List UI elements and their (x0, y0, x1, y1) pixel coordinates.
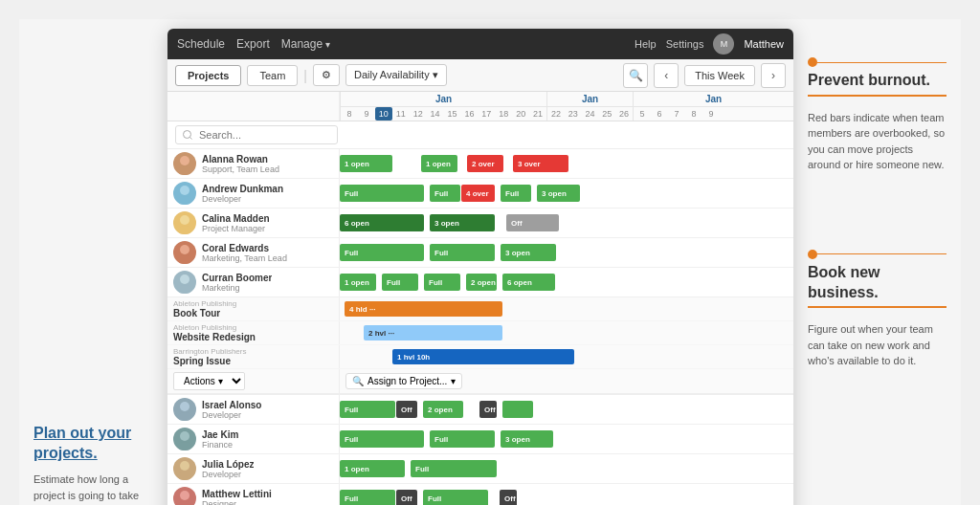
avatar-julia (173, 457, 196, 480)
person-row-calina: Calina Madden Project Manager 6 open 3 o… (167, 209, 793, 238)
search-input[interactable] (175, 125, 338, 144)
schedule-julia[interactable]: 1 open Full (340, 455, 793, 482)
bar[interactable]: Full (430, 185, 460, 202)
person-info-curran: Curran Boomer Marketing (167, 268, 340, 296)
bar[interactable]: Full (411, 460, 497, 477)
svg-point-10 (180, 402, 189, 411)
bar[interactable]: 1 open (340, 274, 376, 291)
bar[interactable]: Full (501, 185, 531, 202)
schedule-coral[interactable]: Full Full 3 open (340, 239, 793, 266)
project-schedule-1[interactable]: 4 hld ··· (340, 298, 793, 319)
bar[interactable]: Full (430, 430, 495, 448)
bar[interactable]: Full (340, 185, 424, 202)
right-callout-container: Prevent burnout. Red bars indicate when … (793, 29, 961, 505)
bar[interactable]: Full (424, 274, 460, 291)
bar[interactable]: 1 open (421, 155, 457, 172)
person-row-curran: Curran Boomer Marketing 1 open Full Full… (167, 268, 793, 297)
avatar-curran (173, 271, 196, 294)
bar[interactable]: 2 open (466, 274, 497, 291)
cal-day: 21 (529, 107, 546, 121)
bar[interactable]: 3 open (430, 214, 495, 231)
nav-help[interactable]: Help (635, 38, 657, 50)
person-details-coral: Coral Edwards Marketing, Team Lead (202, 243, 287, 263)
svg-point-12 (180, 431, 189, 441)
person-role-israel: Developer (202, 410, 261, 420)
schedule-andrew[interactable]: Full Full 4 over Full 3 open (340, 180, 793, 207)
project-schedule-3[interactable]: 1 hvl 10h (340, 346, 793, 367)
search-icon-btn[interactable]: 🔍 (623, 63, 648, 88)
bar[interactable]: Full (340, 490, 395, 505)
project-name-3[interactable]: Spring Issue (173, 356, 333, 366)
cal-header-name-col (167, 92, 340, 121)
nav-manage[interactable]: Manage (281, 37, 330, 51)
bar[interactable]: 1 open (340, 460, 405, 477)
project-row-booktour: Ableton Publishing Book Tour 4 hld ··· (167, 297, 793, 321)
schedule-jae[interactable]: Full Full 3 open (340, 426, 793, 452)
nav-settings[interactable]: Settings (666, 38, 704, 50)
bar[interactable]: Full (340, 244, 424, 261)
filter-button[interactable]: ⚙ (313, 64, 340, 86)
search-icon-small: 🔍 (352, 376, 364, 386)
schedule-alanna[interactable]: 1 open 1 open 2 over 3 over (340, 150, 793, 177)
bar-off[interactable]: Off (396, 490, 417, 505)
bar-off[interactable]: Off (500, 490, 517, 505)
bar[interactable]: Full (340, 430, 424, 448)
project-bar-website[interactable]: 2 hvl ··· (364, 325, 502, 340)
project-bar-booktour[interactable]: 4 hld ··· (345, 301, 502, 317)
nav-schedule[interactable]: Schedule (177, 37, 225, 51)
bar[interactable]: Full (340, 401, 395, 418)
schedule-israel[interactable]: Full Off 2 open Off (340, 396, 793, 423)
project-row-spring: Barrington Publishers Spring Issue 1 hvl… (167, 345, 793, 369)
cal-day: 8 (685, 107, 702, 121)
tab-team[interactable]: Team (247, 65, 298, 86)
project-name-2[interactable]: Website Redesign (173, 332, 333, 342)
bar-off[interactable]: Off (396, 401, 417, 418)
person-name-israel: Israel Alonso (202, 400, 261, 410)
bar[interactable]: Full (430, 244, 495, 261)
avatar-andrew (173, 182, 196, 205)
schedule-matthew[interactable]: Full Off Full Off (340, 485, 793, 505)
user-avatar[interactable]: M (713, 33, 734, 55)
bar[interactable]: 2 open (423, 401, 463, 418)
actions-section: Actions ▾ 🔍 Assign to Project... ▾ (167, 369, 793, 394)
cal-day: 24 (582, 107, 599, 121)
cal-day: 9 (358, 107, 375, 121)
bar[interactable]: 3 open (501, 244, 556, 261)
bar-overbooked[interactable]: 2 over (467, 155, 503, 172)
bar-overbooked[interactable]: 3 over (513, 155, 568, 172)
bar[interactable]: 6 open (502, 274, 555, 291)
bar[interactable] (502, 401, 533, 418)
bar-off[interactable]: Off (506, 214, 559, 231)
nav-left-btn[interactable]: ‹ (654, 63, 679, 88)
bar[interactable]: 6 open (340, 214, 424, 231)
actions-dropdown[interactable]: Actions ▾ (173, 372, 245, 390)
availability-dropdown[interactable]: Daily Availability ▾ (345, 64, 447, 86)
bar[interactable]: 3 open (537, 185, 580, 202)
tab-projects[interactable]: Projects (175, 65, 241, 86)
schedule-calina[interactable]: 6 open 3 open Off (340, 209, 793, 236)
bar[interactable]: 1 open (340, 155, 392, 172)
nav-right-btn[interactable]: › (761, 63, 786, 88)
project-bar-spring[interactable]: 1 hvl 10h (392, 349, 574, 364)
bar[interactable]: Full (382, 274, 418, 291)
left-callout-title: Plan out your projects. (33, 424, 153, 464)
assign-to-project-btn[interactable]: 🔍 Assign to Project... ▾ (345, 373, 462, 389)
calendar-dates: Jan 8 9 10 11 12 14 15 16 17 18 2 (340, 92, 793, 121)
bar[interactable]: Full (423, 490, 488, 505)
nav-username[interactable]: Matthew (744, 38, 784, 50)
bar[interactable]: 3 open (501, 430, 553, 448)
schedule-curran[interactable]: 1 open Full Full 2 open 6 open (340, 269, 793, 296)
bar-off[interactable]: Off (479, 401, 497, 418)
person-role-calina: Project Manager (202, 224, 270, 233)
person-role-julia: Developer (202, 470, 254, 479)
project-name-1[interactable]: Book Tour (173, 308, 333, 318)
bar-overbooked[interactable]: 4 over (461, 185, 495, 202)
this-week-button[interactable]: This Week (684, 65, 755, 86)
svg-point-9 (177, 285, 192, 294)
person-name-coral: Coral Edwards (202, 243, 287, 253)
cal-day: 15 (444, 107, 461, 121)
person-name-jae: Jae Kim (202, 429, 238, 440)
person-info-coral: Coral Edwards Marketing, Team Lead (167, 238, 340, 267)
nav-export[interactable]: Export (236, 37, 270, 51)
project-schedule-2[interactable]: 2 hvl ··· (340, 322, 793, 343)
